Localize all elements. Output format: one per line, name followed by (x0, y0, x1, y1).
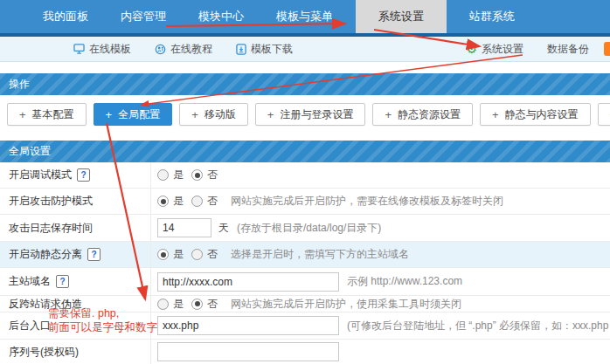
op-button-5[interactable]: +静态资源设置 (372, 103, 473, 126)
row-value-attack-protection: 是否网站实施完成后开启防护，需要在线修改模板及标签时关闭 (151, 189, 610, 214)
field-label: 主站域名 (9, 274, 51, 289)
plus-icon: + (191, 108, 198, 121)
op-button-1[interactable]: +基本配置 (7, 103, 87, 126)
op-button-4[interactable]: +注册与登录设置 (255, 103, 366, 126)
toolbar-right-item-1[interactable]: ⚙系统设置 (466, 42, 523, 57)
op-button-label: 静态与内容设置 (505, 107, 579, 122)
admin-entry-input[interactable] (157, 316, 339, 335)
tutorial-icon (155, 44, 166, 55)
field-note-main-domain: 示例 http://www.123.com (347, 274, 462, 289)
radio-no-static-separation[interactable] (191, 249, 203, 260)
op-button-label: 注册与登录设置 (280, 107, 353, 122)
op-button-6[interactable]: +静态与内容设置 (480, 103, 591, 126)
nav-item-6[interactable]: 站群系统 (460, 0, 524, 33)
field-label: 序列号(授权码) (9, 345, 79, 360)
row-value-attack-log-days: 天(存放于根目录/data/log/目录下) (151, 215, 610, 241)
row-value-debug-mode: 是否 (151, 162, 610, 188)
serial-number-input[interactable] (157, 342, 339, 361)
secondary-toolbar: 在线模板在线教程模板下载 ⚙系统设置数据备份 (0, 37, 610, 62)
plus-icon: + (106, 108, 113, 121)
nav-item-4[interactable]: 模板与菜单 (267, 0, 343, 33)
row-label-serial-number: 序列号(授权码) (0, 340, 151, 364)
row-label-debug-mode: 开启调试模式? (0, 162, 151, 188)
form-row-serial-number: 序列号(授权码) (0, 340, 610, 364)
op-button-label: 静态资源设置 (398, 107, 461, 122)
help-icon[interactable]: ? (87, 248, 101, 261)
radio-no-csrf[interactable] (191, 299, 203, 310)
global-settings-header: 全局设置 (0, 141, 610, 162)
admin-entry-annotation: 需要保留. php, 前面可以是字母和数字 (48, 306, 157, 334)
spacer (0, 134, 610, 141)
attack-log-days-input[interactable] (157, 218, 211, 237)
form-row-attack-protection: 开启攻击防护模式是否网站实施完成后开启防护，需要在线修改模板及标签时关闭 (0, 189, 610, 215)
help-icon[interactable]: ? (77, 168, 90, 182)
operations-button-row: +基本配置+全局配置+移动版+注册与登录设置+静态资源设置+静态与内容设置+属性… (0, 95, 610, 134)
radio-no-debug-mode[interactable] (191, 169, 203, 181)
toolbar-item-label: 在线模板 (89, 42, 131, 57)
toolbar-left-item-1[interactable]: 在线模板 (73, 42, 131, 57)
toolbar-item-label: 系统设置 (482, 42, 523, 57)
toolbar-item-label: 模板下载 (251, 42, 293, 57)
toolbar-left-item-3[interactable]: 模板下载 (236, 42, 293, 57)
input-suffix: 天 (218, 221, 229, 236)
edge-clipped-button[interactable] (604, 42, 610, 56)
nav-item-5[interactable]: 系统设置 (356, 0, 447, 33)
field-label: 开启动静态分离 (9, 247, 82, 262)
operations-title: 操作 (9, 77, 30, 92)
field-note-attack-protection: 网站实施完成后开启防护，需要在线修改模板及标签时关闭 (231, 194, 503, 209)
radio-label[interactable]: 是 (173, 297, 184, 312)
field-note-csrf: 网站实施完成后开启防护，使用采集工具时须关闭 (231, 297, 461, 312)
monitor-icon (73, 44, 85, 54)
toolbar-left-item-2[interactable]: 在线教程 (155, 42, 212, 57)
radio-yes-attack-protection[interactable] (157, 196, 169, 207)
radio-label[interactable]: 是 (173, 194, 184, 209)
radio-yes-debug-mode[interactable] (157, 169, 169, 181)
radio-yes-csrf[interactable] (157, 299, 169, 310)
nav-item-3[interactable]: 模块中心 (189, 0, 253, 33)
download-icon (236, 44, 246, 55)
row-label-attack-log-days: 攻击日志保存时间 (0, 215, 151, 241)
op-button-3[interactable]: +移动版 (179, 103, 248, 126)
row-value-admin-entry: (可修改后台登陆地址，但 “.php” 必须保留，如：xxx.php ) (151, 312, 610, 339)
field-label: 后台入口 (9, 319, 51, 333)
main-domain-input[interactable] (157, 272, 339, 292)
toolbar-right-item-2[interactable]: 数据备份 (547, 42, 589, 57)
spacer (0, 62, 610, 73)
row-label-static-separation: 开启动静态分离? (0, 242, 151, 267)
field-label: 开启攻击防护模式 (9, 194, 93, 209)
radio-label[interactable]: 否 (207, 194, 218, 209)
field-label: 攻击日志保存时间 (9, 221, 93, 236)
radio-no-attack-protection[interactable] (191, 196, 203, 207)
field-note-admin-entry: (可修改后台登陆地址，但 “.php” 必须保留，如：xxx.php ) (347, 319, 610, 333)
plus-icon: + (19, 108, 26, 121)
op-button-2[interactable]: +全局配置 (94, 103, 173, 126)
form-row-main-domain: 主站域名?示例 http://www.123.com (0, 268, 610, 296)
op-button-label: 全局配置 (118, 107, 160, 122)
gear-icon: ⚙ (466, 43, 477, 55)
field-note-attack-log-days: (存放于根目录/data/log/目录下) (237, 221, 381, 236)
radio-label[interactable]: 否 (207, 297, 218, 312)
global-settings-title: 全局设置 (9, 144, 51, 159)
nav-item-1[interactable]: 我的面板 (33, 0, 98, 33)
op-button-label: 移动版 (204, 107, 236, 122)
op-button-label: 基本配置 (32, 107, 74, 122)
help-icon[interactable]: ? (56, 275, 69, 288)
form-row-attack-log-days: 攻击日志保存时间天(存放于根目录/data/log/目录下) (0, 215, 610, 242)
radio-label[interactable]: 是 (173, 168, 184, 182)
radio-yes-static-separation[interactable] (157, 249, 169, 260)
op-button-7[interactable]: +属性权限 (598, 103, 610, 126)
row-value-csrf: 是否网站实施完成后开启防护，使用采集工具时须关闭 (151, 296, 610, 312)
plus-icon: + (385, 108, 392, 121)
radio-label[interactable]: 否 (207, 168, 218, 182)
form-row-debug-mode: 开启调试模式?是否 (0, 162, 610, 189)
row-value-serial-number (151, 340, 610, 364)
radio-label[interactable]: 是 (173, 247, 184, 262)
row-value-main-domain: 示例 http://www.123.com (151, 268, 610, 295)
plus-icon: + (492, 108, 499, 121)
field-label: 开启调试模式 (9, 168, 72, 182)
radio-label[interactable]: 否 (207, 247, 218, 262)
field-note-static-separation: 选择是开启时，需填写下方的主站域名 (231, 247, 409, 262)
toolbar-item-label: 数据备份 (547, 42, 589, 57)
form-row-static-separation: 开启动静态分离?是否选择是开启时，需填写下方的主站域名 (0, 242, 610, 268)
nav-item-2[interactable]: 内容管理 (111, 0, 176, 33)
